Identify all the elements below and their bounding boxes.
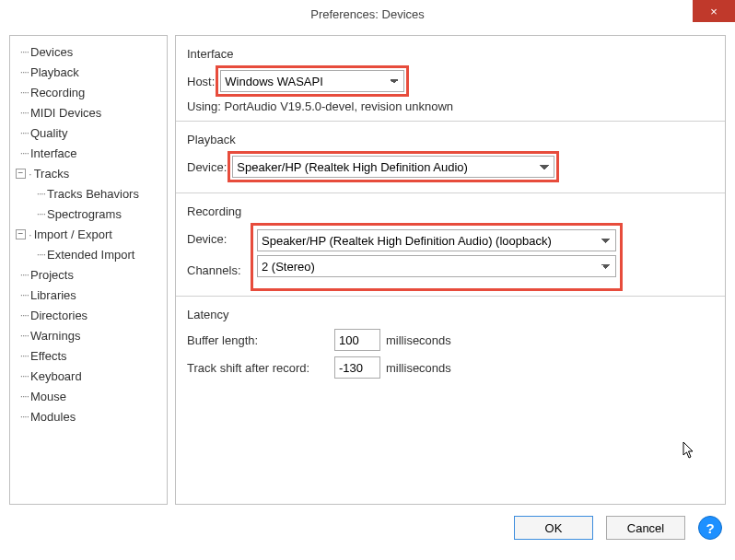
tree-item-label: Devices [30, 45, 73, 59]
tree-connector-icon: ···· [14, 349, 30, 362]
close-icon: × [710, 5, 718, 18]
tree-item-devices[interactable]: ····Devices [14, 41, 163, 62]
titlebar: Preferences: Devices × [0, 0, 735, 28]
tree-item-label: Tracks Behaviors [47, 187, 139, 201]
tree-item-label: Mouse [30, 390, 66, 403]
tree-connector-icon: ···· [14, 288, 30, 301]
tree-item-interface[interactable]: ····Interface [14, 143, 163, 163]
tree-item-playback[interactable]: ····Playback [14, 62, 163, 82]
ok-button[interactable]: OK [514, 516, 593, 540]
tree-item-label: Spectrograms [47, 207, 122, 221]
cancel-button[interactable]: Cancel [606, 516, 685, 540]
group-title-interface: Interface [187, 47, 714, 61]
mouse-cursor-icon [682, 441, 697, 460]
tree-connector-icon: ···· [14, 126, 30, 139]
tree-connector-icon: ···· [14, 106, 30, 119]
group-title-recording: Recording [187, 204, 714, 218]
tree-connector-icon: ···· [14, 309, 30, 321]
recording-channels-label: Channels: [187, 263, 253, 277]
tree-expander-icon[interactable]: − [16, 169, 26, 179]
tree-item-extended-import[interactable]: ····Extended Import [14, 244, 163, 264]
group-latency: Latency Buffer length: milliseconds Trac… [176, 297, 725, 391]
track-shift-label: Track shift after record: [187, 361, 334, 375]
tree-item-import-export[interactable]: −·Import / Export [14, 224, 163, 244]
tree-connector-icon: ···· [14, 45, 30, 58]
tree-expander-icon[interactable]: − [16, 229, 26, 239]
tree-connector-icon: ···· [14, 329, 30, 342]
using-value: PortAudio V19.5.0-devel, revision unknow… [224, 99, 453, 113]
playback-device-label: Device: [187, 160, 230, 174]
buffer-length-input[interactable] [334, 329, 380, 351]
tree-item-label: Projects [30, 268, 74, 282]
tree-item-directories[interactable]: ····Directories [14, 305, 163, 325]
tree-item-libraries[interactable]: ····Libraries [14, 285, 163, 305]
settings-panel: Interface Host: Windows WASAPI Using: Po… [175, 35, 726, 505]
host-dropdown[interactable]: Windows WASAPI [220, 70, 404, 92]
buffer-length-label: Buffer length: [187, 333, 334, 347]
tree-connector-icon: ···· [14, 146, 30, 159]
group-playback: Playback Device: Speaker/HP (Realtek Hig… [176, 122, 725, 193]
track-shift-input[interactable] [334, 356, 380, 379]
tree-connector-icon: ···· [14, 65, 30, 78]
tree-connector-icon: ···· [14, 86, 30, 99]
tree-item-label: Recording [30, 86, 85, 99]
tree-item-effects[interactable]: ····Effects [14, 345, 163, 366]
tree-item-label: Libraries [30, 288, 76, 302]
tree-item-warnings[interactable]: ····Warnings [14, 325, 163, 345]
tree-connector-icon: ···· [14, 187, 47, 200]
tree-item-label: Directories [30, 309, 88, 322]
tree-item-quality[interactable]: ····Quality [14, 122, 163, 143]
buffer-length-unit: milliseconds [386, 333, 451, 347]
tree-item-label: MIDI Devices [30, 106, 101, 120]
dialog-footer: OK Cancel ? [0, 505, 735, 551]
window-title: Preferences: Devices [310, 7, 425, 21]
tree-item-label: Quality [30, 126, 67, 140]
tree-item-spectrograms[interactable]: ····Spectrograms [14, 204, 163, 224]
tree-item-mouse[interactable]: ····Mouse [14, 386, 163, 406]
tree-connector-icon: ···· [14, 207, 47, 220]
tree-item-midi-devices[interactable]: ····MIDI Devices [14, 102, 163, 122]
tree-item-projects[interactable]: ····Projects [14, 264, 163, 285]
recording-device-dropdown[interactable]: Speaker/HP (Realtek High Definition Audi… [257, 229, 616, 251]
tree-connector-icon: ···· [14, 390, 30, 402]
tree-connector-icon: ···· [14, 369, 30, 382]
using-label: Using: [187, 99, 221, 113]
tree-item-tracks[interactable]: −·Tracks [14, 163, 163, 183]
tree-item-tracks-behaviors[interactable]: ····Tracks Behaviors [14, 183, 163, 204]
playback-device-dropdown[interactable]: Speaker/HP (Realtek High Definition Audi… [232, 156, 554, 178]
group-title-playback: Playback [187, 133, 714, 146]
help-button[interactable]: ? [698, 516, 722, 540]
content-area: ····Devices····Playback····Recording····… [0, 28, 735, 505]
recording-channels-dropdown[interactable]: 2 (Stereo) [257, 255, 616, 277]
category-tree[interactable]: ····Devices····Playback····Recording····… [9, 35, 168, 505]
close-button[interactable]: × [693, 0, 735, 22]
tree-connector-icon: ···· [14, 268, 30, 281]
tree-connector-icon: ···· [14, 248, 47, 261]
tree-item-label: Import / Export [34, 228, 112, 241]
tree-item-label: Keyboard [30, 369, 82, 383]
tree-item-label: Playback [30, 65, 79, 79]
host-label: Host: [187, 75, 218, 88]
recording-device-label: Device: [187, 232, 253, 246]
tree-item-label: Modules [30, 410, 76, 424]
help-icon: ? [706, 520, 714, 536]
tree-item-modules[interactable]: ····Modules [14, 406, 163, 426]
tree-item-label: Effects [30, 349, 67, 363]
group-recording: Recording Device: Channels: Speaker/HP (… [176, 193, 725, 297]
tree-item-recording[interactable]: ····Recording [14, 82, 163, 102]
group-title-latency: Latency [187, 308, 714, 321]
tree-item-label: Tracks [34, 167, 70, 181]
tree-item-label: Interface [30, 146, 77, 160]
group-interface: Interface Host: Windows WASAPI Using: Po… [176, 36, 725, 122]
tree-item-label: Extended Import [47, 248, 134, 262]
tree-item-label: Warnings [30, 329, 80, 343]
track-shift-unit: milliseconds [386, 361, 451, 375]
tree-connector-icon: ···· [14, 410, 30, 423]
tree-item-keyboard[interactable]: ····Keyboard [14, 366, 163, 386]
